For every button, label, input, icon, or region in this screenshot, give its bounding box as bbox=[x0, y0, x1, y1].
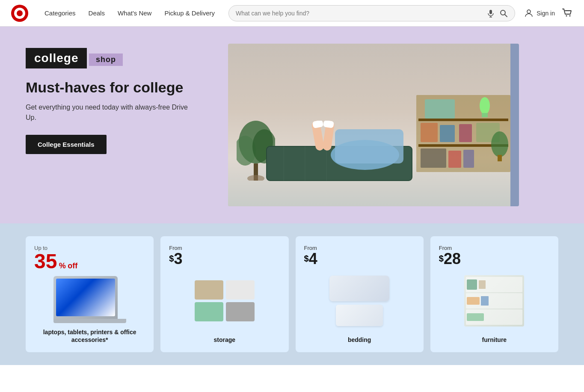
price-amount-storage: 3 bbox=[174, 250, 182, 267]
nav-item-categories[interactable]: Categories bbox=[39, 6, 81, 20]
college-badge: college shop bbox=[26, 48, 188, 68]
price-display-bedding: $4 bbox=[304, 251, 415, 267]
main-nav: Categories Deals What's New Pickup & Del… bbox=[39, 6, 220, 20]
storage-box-4 bbox=[226, 302, 255, 321]
sign-in-button[interactable]: Sign in bbox=[524, 8, 555, 18]
search-icons bbox=[486, 9, 508, 18]
price-prefix-bedding: From bbox=[304, 245, 415, 251]
hero-cta-button[interactable]: College Essentials bbox=[26, 135, 107, 154]
svg-rect-41 bbox=[463, 150, 474, 168]
svg-point-31 bbox=[480, 97, 490, 114]
price-display-furniture: $28 bbox=[439, 251, 550, 267]
svg-point-37 bbox=[491, 131, 508, 157]
svg-rect-26 bbox=[323, 121, 334, 128]
discount-amount: 35 bbox=[34, 250, 57, 273]
svg-rect-25 bbox=[312, 121, 323, 128]
product-label-storage: storage bbox=[214, 336, 236, 344]
hero-content: college shop Must-haves for college Get … bbox=[26, 44, 188, 206]
svg-rect-35 bbox=[459, 124, 472, 142]
svg-rect-40 bbox=[448, 151, 461, 168]
price-display-storage: $3 bbox=[169, 251, 280, 267]
price-amount-bedding: 4 bbox=[309, 250, 317, 267]
nav-item-whats-new[interactable]: What's New bbox=[113, 6, 157, 20]
discount-display: 35 % off bbox=[34, 251, 145, 272]
product-image-storage bbox=[169, 271, 280, 331]
user-icon bbox=[524, 8, 534, 18]
nav-item-pickup-delivery[interactable]: Pickup & Delivery bbox=[159, 6, 220, 20]
laptop-base bbox=[53, 319, 126, 323]
svg-point-2 bbox=[17, 10, 23, 16]
product-card-furniture[interactable]: From $28 bbox=[430, 236, 558, 352]
hero-subtext: Get everything you need today with alway… bbox=[26, 102, 188, 123]
product-section: Up to 35 % off laptops, tablets, printer… bbox=[0, 223, 584, 365]
svg-rect-34 bbox=[440, 125, 455, 142]
price-currency-furniture: $ bbox=[439, 254, 444, 263]
nav-item-deals[interactable]: Deals bbox=[83, 6, 110, 20]
target-logo[interactable] bbox=[10, 4, 29, 23]
svg-line-7 bbox=[505, 15, 507, 17]
price-prefix-storage: From bbox=[169, 245, 280, 251]
product-grid: Up to 35 % off laptops, tablets, printer… bbox=[26, 236, 558, 352]
svg-rect-38 bbox=[498, 155, 502, 161]
product-image-bedding bbox=[304, 271, 415, 331]
price-amount-furniture: 28 bbox=[444, 250, 461, 267]
bedding-decoration bbox=[262, 121, 433, 189]
microphone-icon[interactable] bbox=[486, 9, 495, 18]
college-badge-subtitle: shop bbox=[89, 53, 123, 66]
svg-rect-32 bbox=[482, 113, 488, 117]
svg-rect-30 bbox=[425, 99, 455, 119]
pillow-stack bbox=[329, 276, 389, 326]
product-image-electronics bbox=[34, 276, 145, 323]
search-bar[interactable] bbox=[228, 5, 515, 21]
price-area-storage: From $3 bbox=[169, 245, 280, 267]
furniture-shelf-visual bbox=[464, 275, 524, 327]
search-icon[interactable] bbox=[499, 9, 508, 18]
shelf-row-3 bbox=[466, 309, 522, 325]
hero-image-area bbox=[188, 44, 558, 206]
discount-suffix: % bbox=[59, 261, 66, 270]
header: Categories Deals What's New Pickup & Del… bbox=[0, 0, 584, 27]
storage-box-3 bbox=[195, 302, 223, 321]
storage-visual bbox=[195, 280, 255, 321]
price-currency-storage: $ bbox=[169, 254, 174, 263]
product-label-bedding: bedding bbox=[348, 336, 371, 344]
svg-point-9 bbox=[566, 15, 567, 16]
hero-image bbox=[228, 44, 519, 206]
search-input[interactable] bbox=[236, 10, 483, 17]
svg-rect-3 bbox=[489, 10, 492, 14]
svg-point-10 bbox=[569, 15, 571, 16]
header-right: Sign in bbox=[524, 7, 574, 19]
hero-banner: college shop Must-haves for college Get … bbox=[0, 27, 584, 223]
product-label-electronics: laptops, tablets, printers & office acce… bbox=[34, 328, 145, 344]
pillow-2 bbox=[336, 305, 383, 326]
laptop-visual bbox=[53, 276, 118, 319]
cart-icon[interactable] bbox=[562, 7, 574, 19]
product-card-electronics[interactable]: Up to 35 % off laptops, tablets, printer… bbox=[26, 236, 154, 352]
price-area-furniture: From $28 bbox=[439, 245, 550, 267]
college-badge-title: college bbox=[26, 48, 87, 68]
shelf-row-2 bbox=[466, 293, 522, 309]
discount-label: off bbox=[68, 261, 77, 270]
svg-point-15 bbox=[247, 175, 264, 181]
hero-headline: Must-haves for college bbox=[26, 79, 188, 96]
price-area-bedding: From $4 bbox=[304, 245, 415, 267]
storage-box-2 bbox=[226, 280, 255, 300]
product-card-bedding[interactable]: From $4 bedding bbox=[296, 236, 424, 352]
price-currency-bedding: $ bbox=[304, 254, 309, 263]
svg-point-8 bbox=[527, 10, 531, 13]
product-label-furniture: furniture bbox=[482, 336, 507, 344]
pillow-1 bbox=[329, 276, 389, 301]
price-area-electronics: Up to 35 % off bbox=[34, 245, 145, 272]
product-card-storage[interactable]: From $3 storage bbox=[160, 236, 288, 352]
svg-rect-22 bbox=[335, 129, 403, 163]
sign-in-label: Sign in bbox=[537, 10, 555, 17]
product-image-furniture bbox=[439, 271, 550, 331]
shelf-row-1 bbox=[466, 277, 522, 292]
storage-box-1 bbox=[195, 280, 223, 300]
